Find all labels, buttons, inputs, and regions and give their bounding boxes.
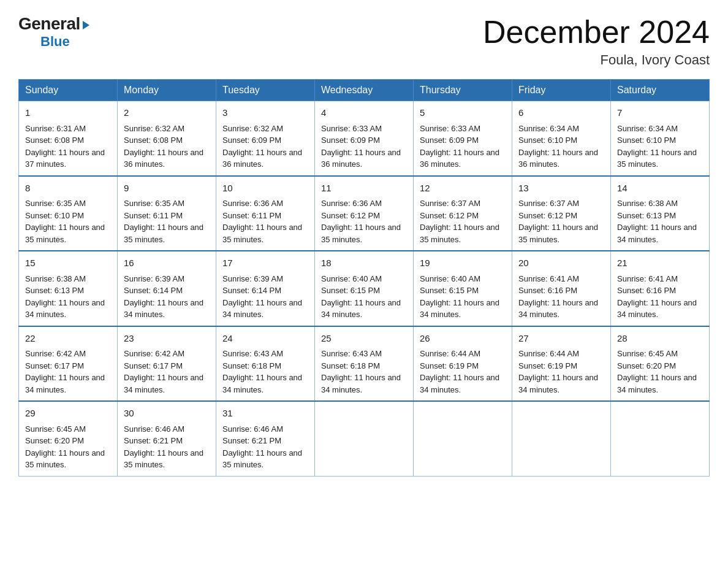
sunset-label: Sunset: 6:21 PM [222, 436, 281, 445]
daylight-label: Daylight: 11 hours and 35 minutes. [124, 223, 203, 244]
sunset-label: Sunset: 6:13 PM [25, 286, 84, 295]
sunrise-label: Sunrise: 6:32 AM [222, 124, 283, 133]
page-header: General Blue December 2024 Foula, Ivory … [18, 15, 710, 68]
table-row: 16 Sunrise: 6:39 AM Sunset: 6:14 PM Dayl… [118, 251, 216, 326]
day-number: 12 [420, 182, 506, 196]
logo-arrow-shape [83, 21, 89, 29]
day-number: 2 [124, 106, 210, 120]
day-number: 27 [518, 332, 604, 346]
table-row [414, 401, 512, 476]
day-number: 14 [617, 182, 703, 196]
sunset-label: Sunset: 6:10 PM [25, 211, 84, 220]
logo[interactable]: General Blue [18, 15, 89, 50]
daylight-label: Daylight: 11 hours and 36 minutes. [518, 148, 598, 169]
day-number: 3 [222, 106, 308, 120]
sunrise-label: Sunrise: 6:46 AM [222, 424, 283, 434]
sunset-label: Sunset: 6:09 PM [420, 136, 479, 145]
day-number: 1 [25, 106, 111, 120]
table-row: 9 Sunrise: 6:35 AM Sunset: 6:11 PM Dayli… [118, 176, 216, 251]
sunset-label: Sunset: 6:18 PM [321, 361, 380, 370]
daylight-label: Daylight: 11 hours and 36 minutes. [321, 148, 401, 169]
table-row: 18 Sunrise: 6:40 AM Sunset: 6:15 PM Dayl… [315, 251, 414, 326]
sunrise-label: Sunrise: 6:39 AM [124, 274, 184, 283]
daylight-label: Daylight: 11 hours and 36 minutes. [420, 148, 499, 169]
sunset-label: Sunset: 6:10 PM [518, 136, 577, 145]
sunset-label: Sunset: 6:08 PM [124, 136, 183, 145]
day-number: 28 [617, 332, 703, 346]
sunrise-label: Sunrise: 6:40 AM [321, 274, 382, 283]
table-row [611, 401, 710, 476]
day-number: 4 [321, 106, 407, 120]
day-number: 25 [321, 332, 407, 346]
table-row: 29 Sunrise: 6:45 AM Sunset: 6:20 PM Dayl… [19, 401, 118, 476]
sunrise-label: Sunrise: 6:45 AM [617, 349, 678, 358]
daylight-label: Daylight: 11 hours and 37 minutes. [25, 148, 105, 169]
sunrise-label: Sunrise: 6:39 AM [222, 274, 283, 283]
calendar-week-row: 15 Sunrise: 6:38 AM Sunset: 6:13 PM Dayl… [19, 251, 710, 326]
logo-blue: Blue [40, 34, 70, 50]
sunset-label: Sunset: 6:12 PM [420, 211, 479, 220]
header-monday: Monday [118, 80, 216, 101]
sunrise-label: Sunrise: 6:41 AM [518, 274, 579, 283]
table-row: 28 Sunrise: 6:45 AM Sunset: 6:20 PM Dayl… [611, 326, 710, 402]
table-row: 25 Sunrise: 6:43 AM Sunset: 6:18 PM Dayl… [315, 326, 414, 402]
table-row: 4 Sunrise: 6:33 AM Sunset: 6:09 PM Dayli… [315, 101, 414, 176]
sunrise-label: Sunrise: 6:31 AM [25, 124, 86, 133]
table-row: 22 Sunrise: 6:42 AM Sunset: 6:17 PM Dayl… [19, 326, 118, 402]
sunset-label: Sunset: 6:17 PM [124, 361, 183, 370]
day-number: 18 [321, 256, 407, 270]
page-title: December 2024 [483, 15, 710, 50]
sunrise-label: Sunrise: 6:38 AM [25, 274, 86, 283]
daylight-label: Daylight: 11 hours and 35 minutes. [420, 223, 499, 244]
day-number: 8 [25, 182, 111, 196]
daylight-label: Daylight: 11 hours and 34 minutes. [518, 373, 598, 394]
sunset-label: Sunset: 6:16 PM [518, 286, 577, 295]
sunset-label: Sunset: 6:14 PM [124, 286, 183, 295]
sunrise-label: Sunrise: 6:37 AM [420, 199, 480, 208]
table-row: 6 Sunrise: 6:34 AM Sunset: 6:10 PM Dayli… [512, 101, 611, 176]
table-row: 10 Sunrise: 6:36 AM Sunset: 6:11 PM Dayl… [216, 176, 315, 251]
table-row: 26 Sunrise: 6:44 AM Sunset: 6:19 PM Dayl… [414, 326, 512, 402]
sunset-label: Sunset: 6:19 PM [420, 361, 479, 370]
sunrise-label: Sunrise: 6:35 AM [124, 199, 184, 208]
day-number: 26 [420, 332, 506, 346]
day-number: 5 [420, 106, 506, 120]
table-row: 12 Sunrise: 6:37 AM Sunset: 6:12 PM Dayl… [414, 176, 512, 251]
table-row: 7 Sunrise: 6:34 AM Sunset: 6:10 PM Dayli… [611, 101, 710, 176]
daylight-label: Daylight: 11 hours and 36 minutes. [124, 148, 203, 169]
header-friday: Friday [512, 80, 611, 101]
header-thursday: Thursday [414, 80, 512, 101]
daylight-label: Daylight: 11 hours and 34 minutes. [321, 298, 401, 320]
daylight-label: Daylight: 11 hours and 35 minutes. [25, 223, 105, 244]
sunrise-label: Sunrise: 6:34 AM [617, 124, 678, 133]
table-row: 17 Sunrise: 6:39 AM Sunset: 6:14 PM Dayl… [216, 251, 315, 326]
daylight-label: Daylight: 11 hours and 34 minutes. [25, 373, 105, 394]
table-row: 30 Sunrise: 6:46 AM Sunset: 6:21 PM Dayl… [118, 401, 216, 476]
logo-general: General [18, 15, 89, 34]
sunset-label: Sunset: 6:11 PM [124, 211, 183, 220]
calendar-week-row: 8 Sunrise: 6:35 AM Sunset: 6:10 PM Dayli… [19, 176, 710, 251]
sunset-label: Sunset: 6:18 PM [222, 361, 281, 370]
day-number: 31 [222, 407, 308, 421]
day-number: 11 [321, 182, 407, 196]
sunset-label: Sunset: 6:11 PM [222, 211, 281, 220]
daylight-label: Daylight: 11 hours and 34 minutes. [617, 223, 697, 244]
header-tuesday: Tuesday [216, 80, 315, 101]
table-row [315, 401, 414, 476]
daylight-label: Daylight: 11 hours and 35 minutes. [518, 223, 598, 244]
daylight-label: Daylight: 11 hours and 35 minutes. [321, 223, 401, 244]
sunset-label: Sunset: 6:10 PM [617, 136, 676, 145]
day-number: 17 [222, 256, 308, 270]
table-row: 27 Sunrise: 6:44 AM Sunset: 6:19 PM Dayl… [512, 326, 611, 402]
day-number: 15 [25, 256, 111, 270]
calendar-week-row: 1 Sunrise: 6:31 AM Sunset: 6:08 PM Dayli… [19, 101, 710, 176]
daylight-label: Daylight: 11 hours and 34 minutes. [420, 373, 499, 394]
daylight-label: Daylight: 11 hours and 34 minutes. [617, 298, 697, 320]
header-sunday: Sunday [19, 80, 118, 101]
sunset-label: Sunset: 6:20 PM [25, 436, 84, 445]
day-number: 24 [222, 332, 308, 346]
day-number: 7 [617, 106, 703, 120]
calendar-week-row: 29 Sunrise: 6:45 AM Sunset: 6:20 PM Dayl… [19, 401, 710, 476]
day-number: 9 [124, 182, 210, 196]
sunrise-label: Sunrise: 6:45 AM [25, 424, 86, 434]
